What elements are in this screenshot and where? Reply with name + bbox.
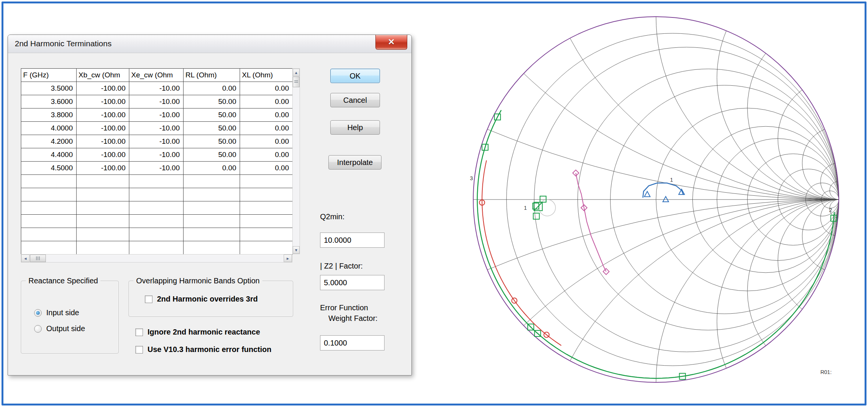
table-cell[interactable]: -10.00 bbox=[129, 122, 184, 135]
error-weight-input[interactable] bbox=[320, 335, 385, 350]
table-cell[interactable] bbox=[129, 201, 184, 215]
scroll-up-button[interactable]: ▲ bbox=[293, 69, 300, 76]
table-cell[interactable] bbox=[184, 175, 240, 188]
q2min-input[interactable] bbox=[320, 233, 385, 248]
table-cell[interactable]: 0.00 bbox=[184, 162, 240, 175]
table-cell[interactable]: 0.00 bbox=[240, 122, 293, 135]
table-cell[interactable]: -10.00 bbox=[129, 135, 184, 148]
table-cell[interactable]: -100.00 bbox=[77, 122, 129, 135]
table-cell[interactable]: 4.0000 bbox=[21, 122, 77, 135]
checkbox-use-v103-error-function[interactable]: Use V10.3 harmonic error function bbox=[135, 345, 272, 354]
table-cell[interactable] bbox=[184, 215, 240, 228]
table-cell[interactable]: -10.00 bbox=[129, 162, 184, 175]
table-cell[interactable]: -100.00 bbox=[77, 162, 129, 175]
table-cell[interactable]: -10.00 bbox=[129, 108, 184, 122]
z2-factor-input[interactable] bbox=[320, 275, 385, 290]
table-cell[interactable]: -10.00 bbox=[129, 95, 184, 108]
table-cell[interactable] bbox=[129, 175, 184, 188]
table-cell[interactable] bbox=[129, 241, 184, 255]
table-cell[interactable]: 0.00 bbox=[240, 82, 293, 95]
table-row: 4.0000-100.00-10.0050.000.00 bbox=[21, 122, 293, 135]
table-cell[interactable] bbox=[77, 188, 129, 201]
table-cell[interactable] bbox=[129, 215, 184, 228]
svg-text:1: 1 bbox=[524, 205, 527, 211]
table-cell[interactable] bbox=[21, 228, 77, 241]
table-cell[interactable] bbox=[21, 175, 77, 188]
table-cell[interactable] bbox=[77, 201, 129, 215]
table-cell[interactable]: 0.00 bbox=[240, 108, 293, 122]
table-cell[interactable] bbox=[184, 201, 240, 215]
table-cell[interactable] bbox=[21, 215, 77, 228]
table-cell[interactable]: 4.2000 bbox=[21, 135, 77, 148]
reactance-group-label: Reactance Specified bbox=[26, 277, 100, 285]
scroll-left-button[interactable]: ◄ bbox=[21, 255, 30, 262]
radio-input-side[interactable]: Input side bbox=[34, 308, 79, 317]
checkbox-label: Use V10.3 harmonic error function bbox=[148, 345, 272, 354]
dialog-titlebar[interactable]: 2nd Harmonic Terminations ✕ bbox=[8, 35, 411, 53]
checkbox-label: Ignore 2nd harmonic reactance bbox=[148, 328, 260, 336]
close-button[interactable]: ✕ bbox=[375, 35, 407, 50]
table-cell[interactable]: 0.00 bbox=[240, 148, 293, 162]
table-cell[interactable]: -100.00 bbox=[77, 95, 129, 108]
table-cell[interactable] bbox=[129, 188, 184, 201]
table-cell[interactable] bbox=[184, 241, 240, 255]
table-cell[interactable]: -100.00 bbox=[77, 108, 129, 122]
table-cell[interactable]: 4.5000 bbox=[21, 162, 77, 175]
table-cell[interactable] bbox=[240, 215, 293, 228]
horizontal-scrollbar[interactable]: ◄ ► bbox=[21, 254, 292, 262]
vertical-scrollbar[interactable]: ▲ ▼ bbox=[292, 68, 300, 254]
dialog-2nd-harmonic-terminations: 2nd Harmonic Terminations ✕ F (GHz)Xb_cw… bbox=[8, 35, 412, 376]
column-header: Xe_cw (Ohm bbox=[129, 69, 184, 82]
table-cell[interactable]: 50.00 bbox=[184, 95, 240, 108]
smith-chart: 3112R01: bbox=[455, 5, 857, 396]
table-cell[interactable] bbox=[240, 188, 293, 201]
table-row: 4.4000-100.00-10.0050.000.00 bbox=[21, 148, 293, 162]
interpolate-button[interactable]: Interpolate bbox=[328, 155, 381, 170]
table-cell[interactable]: 3.6000 bbox=[21, 95, 77, 108]
table-cell[interactable] bbox=[240, 241, 293, 255]
table-cell[interactable]: 0.00 bbox=[240, 162, 293, 175]
table-cell[interactable]: -100.00 bbox=[77, 135, 129, 148]
cancel-button[interactable]: Cancel bbox=[330, 93, 380, 107]
table-cell[interactable] bbox=[240, 175, 293, 188]
table-cell[interactable]: -100.00 bbox=[77, 148, 129, 162]
table-cell[interactable] bbox=[77, 215, 129, 228]
table-cell[interactable] bbox=[184, 228, 240, 241]
checkbox-2nd-harmonic-overrides-3rd[interactable]: 2nd Harmonic overrides 3rd bbox=[145, 295, 258, 303]
table-cell[interactable] bbox=[184, 188, 240, 201]
vertical-scroll-thumb[interactable] bbox=[293, 77, 300, 87]
table-row: 4.2000-100.00-10.0050.000.00 bbox=[21, 135, 293, 148]
table-cell[interactable]: 0.00 bbox=[240, 95, 293, 108]
table-cell[interactable]: 50.00 bbox=[184, 108, 240, 122]
table-cell[interactable] bbox=[129, 228, 184, 241]
scroll-right-icon: ► bbox=[286, 256, 290, 261]
table-cell[interactable] bbox=[77, 175, 129, 188]
checkbox-ignore-2nd-harmonic-reactance[interactable]: Ignore 2nd harmonic reactance bbox=[135, 328, 260, 336]
table-cell[interactable] bbox=[240, 228, 293, 241]
table-cell[interactable] bbox=[240, 201, 293, 215]
table-cell[interactable]: -10.00 bbox=[129, 82, 184, 95]
scroll-down-button[interactable]: ▼ bbox=[293, 246, 300, 254]
table-cell[interactable]: -10.00 bbox=[129, 148, 184, 162]
horizontal-scroll-thumb[interactable] bbox=[30, 255, 46, 262]
scroll-right-button[interactable]: ► bbox=[284, 255, 292, 262]
table-cell[interactable]: 50.00 bbox=[184, 135, 240, 148]
column-header: Xb_cw (Ohm bbox=[77, 69, 129, 82]
table-cell[interactable]: 0.00 bbox=[240, 135, 293, 148]
table-cell[interactable]: 3.5000 bbox=[21, 82, 77, 95]
table-cell[interactable]: 0.00 bbox=[184, 82, 240, 95]
table-cell[interactable] bbox=[21, 188, 77, 201]
radio-output-side[interactable]: Output side bbox=[34, 324, 85, 333]
table-cell[interactable] bbox=[77, 228, 129, 241]
table-cell[interactable] bbox=[21, 201, 77, 215]
ok-button[interactable]: OK bbox=[330, 69, 380, 83]
table-cell[interactable]: 50.00 bbox=[184, 122, 240, 135]
table-cell[interactable] bbox=[77, 241, 129, 255]
table-cell[interactable]: 50.00 bbox=[184, 148, 240, 162]
table-cell[interactable]: -100.00 bbox=[77, 82, 129, 95]
help-button[interactable]: Help bbox=[330, 120, 380, 135]
table-cell[interactable]: 3.8000 bbox=[21, 108, 77, 122]
table-cell[interactable]: 4.4000 bbox=[21, 148, 77, 162]
table-cell[interactable] bbox=[21, 241, 77, 255]
table-row bbox=[21, 188, 293, 201]
